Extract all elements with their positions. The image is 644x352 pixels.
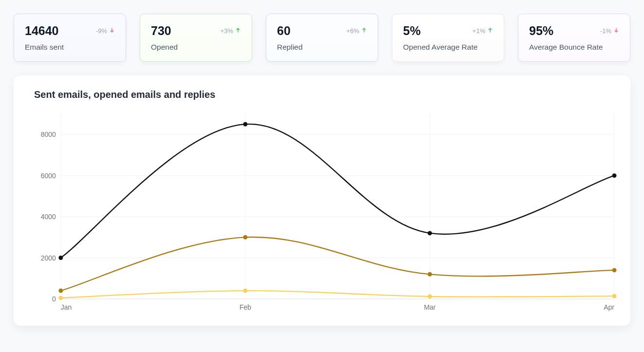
chart-panel: Sent emails, opened emails and replies 0… [14,75,630,326]
arrow-up-icon [235,27,241,35]
svg-text:6000: 6000 [41,172,56,180]
data-point [58,296,63,300]
stat-card-delta: +1% [473,27,493,35]
data-point [58,256,63,260]
data-point [612,268,617,272]
data-point [427,294,432,298]
stat-card: 60+6%Replied [266,14,378,62]
svg-text:Feb: Feb [239,303,251,311]
svg-text:Jan: Jan [61,303,72,311]
arrow-down-icon [613,27,619,35]
data-point [427,272,432,277]
chart-title: Sent emails, opened emails and replies [34,89,617,100]
stat-card-delta: -9% [96,27,115,35]
stat-card: 730+3%Opened [140,14,252,62]
data-point [58,289,63,293]
svg-text:Apr: Apr [604,303,614,311]
data-point [243,235,247,240]
stat-card-value: 730 [151,24,171,38]
stat-card-delta: +3% [221,27,241,35]
data-point [612,294,617,298]
series-line [61,237,614,291]
data-point [427,231,432,235]
stat-cards-container: 14640-9%Emails sent730+3%Opened60+6%Repl… [14,14,630,62]
arrow-up-icon [361,27,367,35]
stat-card-label: Average Bounce Rate [529,43,619,52]
stat-card-label: Opened Average Rate [403,43,493,52]
chart-area: 02000400060008000JanFebMarApr [34,109,617,314]
line-chart: 02000400060008000JanFebMarApr [34,109,617,314]
svg-text:0: 0 [52,295,56,303]
svg-text:Mar: Mar [424,303,436,311]
stat-card: 95%-1%Average Bounce Rate [518,14,630,62]
stat-card-delta: +6% [347,27,367,35]
svg-text:4000: 4000 [41,213,56,221]
series-line [61,124,614,258]
series-line [61,291,614,298]
svg-text:2000: 2000 [41,254,56,262]
stat-card-value: 14640 [25,24,59,38]
stat-card-value: 5% [403,24,421,38]
stat-card-value: 60 [277,24,291,38]
stat-card-label: Emails sent [25,43,115,52]
data-point [243,289,247,293]
stat-card-value: 95% [529,24,553,38]
stat-card-label: Replied [277,43,367,52]
data-point [612,173,617,178]
stat-card-delta: -1% [600,27,619,35]
arrow-up-icon [487,27,493,35]
data-point [243,122,247,127]
stat-card: 5%+1%Opened Average Rate [392,14,504,62]
svg-text:8000: 8000 [41,130,56,138]
arrow-down-icon [109,27,115,35]
stat-card-label: Opened [151,43,241,52]
stat-card: 14640-9%Emails sent [14,14,126,62]
